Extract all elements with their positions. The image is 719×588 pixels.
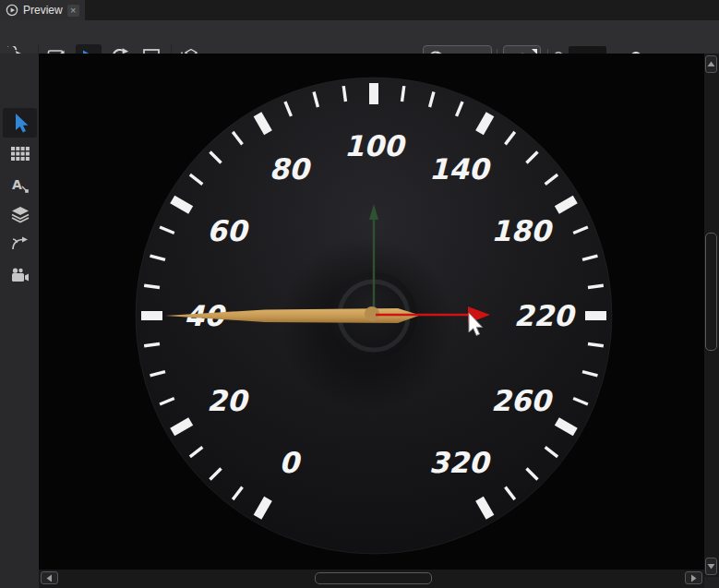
tab-close-button[interactable]: × (67, 5, 79, 17)
gauge-label: 0 (279, 446, 302, 479)
gauge-minor-tick (402, 86, 404, 102)
gauge-label: 140 (429, 152, 492, 186)
layers-icon (11, 206, 30, 223)
tab-title: Preview (23, 4, 63, 17)
text-a-icon: A (11, 176, 30, 194)
app-window: Preview × (0, 0, 719, 588)
gauge-label: 180 (491, 214, 554, 247)
toolbar: Restart 100% (0, 20, 719, 54)
vertical-scroll-thumb[interactable] (705, 233, 717, 351)
camera-icon (11, 268, 30, 283)
sidebar-layers[interactable] (3, 199, 37, 229)
table-icon (11, 147, 30, 162)
gauge-minor-tick (144, 285, 160, 287)
sidebar-camera[interactable] (3, 260, 37, 290)
gauge-minor-tick (588, 344, 604, 346)
svg-text:A: A (12, 177, 22, 192)
left-sidebar: A (0, 54, 39, 588)
gauge-minor-tick (144, 344, 160, 346)
play-circle-icon (6, 4, 18, 17)
speedometer-gauge: 020406080100140180220260320 (39, 54, 704, 570)
gauge-minor-tick (343, 86, 345, 102)
scrollbar-corner (704, 577, 719, 588)
arrow-right-icon (690, 574, 697, 582)
horizontal-scroll-thumb[interactable] (315, 572, 432, 584)
scroll-left-button[interactable] (41, 571, 58, 584)
pointer-icon (10, 112, 30, 134)
horizontal-scrollbar[interactable] (39, 570, 704, 588)
arrow-down-icon (707, 563, 715, 570)
tab-preview[interactable]: Preview × (0, 0, 85, 20)
tab-bar: Preview × (0, 0, 719, 20)
scroll-up-button[interactable] (705, 55, 717, 73)
gauge-label: 20 (207, 384, 250, 417)
sidebar-table-view[interactable] (3, 139, 37, 169)
preview-canvas[interactable]: 020406080100140180220260320 (39, 54, 704, 570)
scroll-right-button[interactable] (685, 571, 702, 584)
gauge-label: 100 (344, 129, 407, 162)
arrow-left-icon (46, 574, 53, 582)
gauge-label: 320 (429, 446, 492, 479)
sidebar-select-tool[interactable] (3, 108, 37, 138)
arrow-up-icon (707, 61, 715, 67)
vertical-scrollbar[interactable] (704, 54, 719, 577)
gauge-label: 260 (491, 384, 554, 417)
gauge-label: 60 (207, 214, 250, 247)
scroll-down-button[interactable] (705, 558, 717, 575)
gauge-label: 220 (514, 299, 577, 332)
sidebar-transitions[interactable] (3, 229, 37, 258)
sidebar-text-tool[interactable]: A (3, 170, 37, 199)
gauge-label: 80 (269, 152, 312, 186)
branch-arrow-icon (11, 235, 30, 252)
gauge-minor-tick (588, 285, 604, 287)
